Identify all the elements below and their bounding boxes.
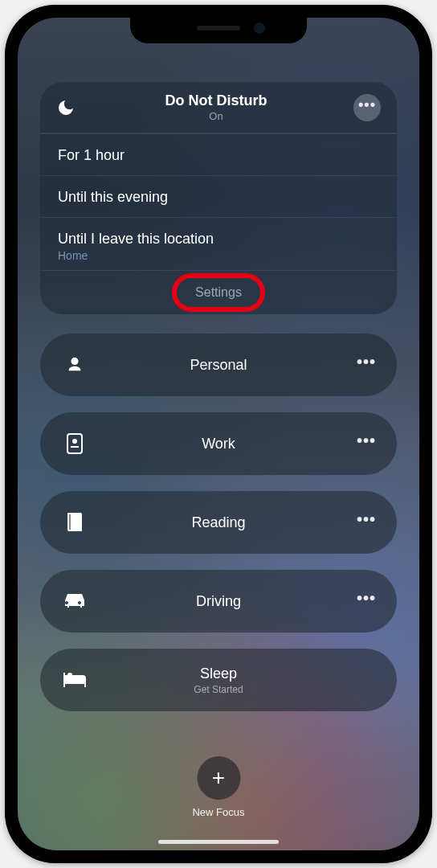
dnd-option-label: For 1 hour <box>58 147 379 164</box>
dnd-more-button[interactable]: ••• <box>353 94 381 121</box>
settings-label: Settings <box>195 285 242 300</box>
dnd-option-hint: Home <box>58 249 379 262</box>
focus-more-button[interactable]: ••• <box>349 592 376 611</box>
focus-label: Sleep <box>88 665 349 682</box>
new-focus-label: New Focus <box>192 806 244 818</box>
focus-reading[interactable]: Reading ••• <box>40 491 397 554</box>
dnd-option-1hour[interactable]: For 1 hour <box>40 133 397 175</box>
dnd-header[interactable]: Do Not Disturb On ••• <box>40 82 397 133</box>
svg-rect-2 <box>71 446 79 448</box>
focus-more-button[interactable]: ••• <box>349 356 376 375</box>
badge-icon <box>61 433 88 454</box>
plus-icon: + <box>197 756 240 800</box>
focus-sleep[interactable]: Sleep Get Started <box>40 649 397 711</box>
person-icon <box>61 356 88 374</box>
dnd-option-label: Until I leave this location <box>58 231 379 248</box>
home-indicator[interactable] <box>158 840 279 844</box>
dnd-status: On <box>79 110 353 122</box>
front-camera <box>254 23 265 34</box>
focus-label: Work <box>88 436 349 452</box>
moon-icon <box>56 98 79 117</box>
bed-icon <box>61 672 88 688</box>
focus-label: Personal <box>88 357 349 374</box>
focus-label: Reading <box>88 514 349 531</box>
dnd-option-label: Until this evening <box>58 189 379 206</box>
phone-frame: Do Not Disturb On ••• For 1 hour Until t… <box>5 5 432 863</box>
book-icon <box>61 512 88 533</box>
dnd-panel: Do Not Disturb On ••• For 1 hour Until t… <box>40 82 397 314</box>
focus-more-button[interactable]: ••• <box>349 435 376 453</box>
focus-work[interactable]: Work ••• <box>40 412 397 475</box>
new-focus[interactable]: + New Focus <box>192 756 244 818</box>
car-icon <box>61 592 88 610</box>
dnd-option-leave-location[interactable]: Until I leave this location Home <box>40 217 397 270</box>
dnd-option-evening[interactable]: Until this evening <box>40 175 397 217</box>
speaker <box>197 26 240 31</box>
focus-more-button[interactable]: ••• <box>349 514 376 532</box>
focus-driving[interactable]: Driving ••• <box>40 570 397 633</box>
screen: Do Not Disturb On ••• For 1 hour Until t… <box>18 18 419 850</box>
dnd-settings-row[interactable]: Settings <box>40 270 397 314</box>
svg-point-1 <box>72 439 77 444</box>
focus-personal[interactable]: Personal ••• <box>40 334 397 396</box>
svg-rect-4 <box>69 514 71 530</box>
focus-label: Driving <box>88 593 349 610</box>
notch <box>130 16 307 43</box>
dnd-title: Do Not Disturb <box>79 92 353 109</box>
focus-sublabel: Get Started <box>88 684 349 695</box>
